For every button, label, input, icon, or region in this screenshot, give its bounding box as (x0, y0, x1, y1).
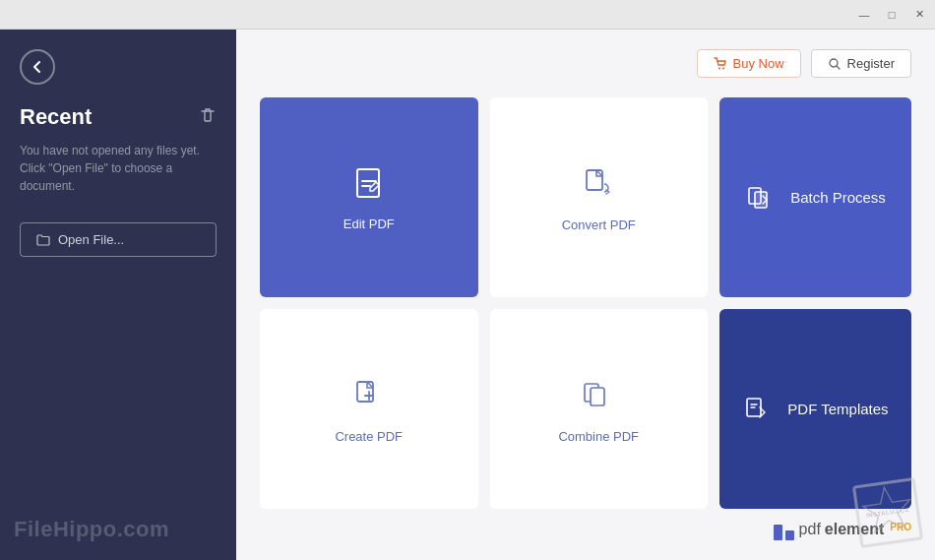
cards-right: Batch Process PDF Templates (719, 97, 911, 509)
buy-now-label: Buy Now (733, 56, 784, 71)
brand-pdf-text: pdf (799, 521, 821, 538)
watermark-text: FileHippo.com (14, 517, 169, 542)
header-buttons: Buy Now Register (260, 49, 911, 78)
sidebar-title: Recent (20, 104, 92, 130)
batch-process-icon (745, 182, 777, 214)
svg-rect-7 (591, 388, 604, 405)
batch-process-label: Batch Process (790, 189, 886, 206)
register-label: Register (847, 56, 895, 71)
sidebar-empty-message: You have not opened any files yet. Click… (20, 142, 217, 195)
bottom-row: Create PDF Combine PDF (260, 309, 708, 509)
combine-pdf-label: Combine PDF (558, 429, 639, 444)
stamp-area: INSTALUJ.CZ (856, 481, 919, 544)
buy-now-button[interactable]: Buy Now (697, 49, 801, 78)
minimize-button[interactable]: — (856, 7, 872, 23)
edit-pdf-label: Edit PDF (343, 217, 395, 231)
create-pdf-icon (347, 374, 391, 417)
pdf-templates-icon (742, 394, 774, 425)
top-row: Edit PDF Convert PDF (260, 97, 708, 297)
pdf-templates-card[interactable]: PDF Templates (719, 309, 911, 509)
close-button[interactable]: ✕ (911, 7, 927, 23)
search-icon (828, 57, 842, 71)
batch-process-card[interactable]: Batch Process (719, 97, 911, 297)
brand-row: pdf element PRO (260, 519, 911, 540)
svg-point-1 (722, 67, 724, 69)
pdf-templates-label: PDF Templates (787, 401, 888, 417)
folder-icon (36, 233, 50, 247)
create-pdf-card[interactable]: Create PDF (260, 309, 478, 509)
cart-icon (714, 57, 727, 71)
combine-pdf-icon (577, 374, 620, 417)
title-bar: — □ ✕ (0, 0, 935, 30)
edit-pdf-card[interactable]: Edit PDF (260, 97, 478, 297)
trash-icon[interactable] (199, 106, 217, 129)
combine-pdf-card[interactable]: Combine PDF (490, 309, 709, 509)
open-file-button[interactable]: Open File... (20, 222, 217, 257)
svg-rect-9 (755, 192, 767, 208)
instaluj-stamp: INSTALUJ.CZ (852, 477, 923, 548)
cards-area: Edit PDF Convert PDF (260, 97, 911, 509)
sidebar: Recent You have not opened any files yet… (0, 30, 236, 560)
open-file-label: Open File... (58, 232, 124, 247)
back-button[interactable] (20, 49, 55, 85)
convert-pdf-label: Convert PDF (562, 218, 636, 232)
svg-point-0 (718, 67, 720, 69)
brand-icon (774, 519, 795, 540)
maximize-button[interactable]: □ (884, 7, 900, 23)
edit-pdf-icon (347, 163, 391, 207)
svg-text:INSTALUJ.CZ: INSTALUJ.CZ (866, 507, 909, 519)
main-content: Buy Now Register (236, 30, 935, 560)
cards-left: Edit PDF Convert PDF (260, 97, 708, 509)
convert-pdf-card[interactable]: Convert PDF (490, 97, 709, 297)
convert-pdf-icon (577, 162, 620, 206)
create-pdf-label: Create PDF (335, 429, 403, 444)
register-button[interactable]: Register (811, 49, 911, 78)
app-body: Recent You have not opened any files yet… (0, 30, 935, 560)
stamp-text: INSTALUJ.CZ (856, 480, 919, 546)
sidebar-header: Recent (20, 104, 217, 130)
